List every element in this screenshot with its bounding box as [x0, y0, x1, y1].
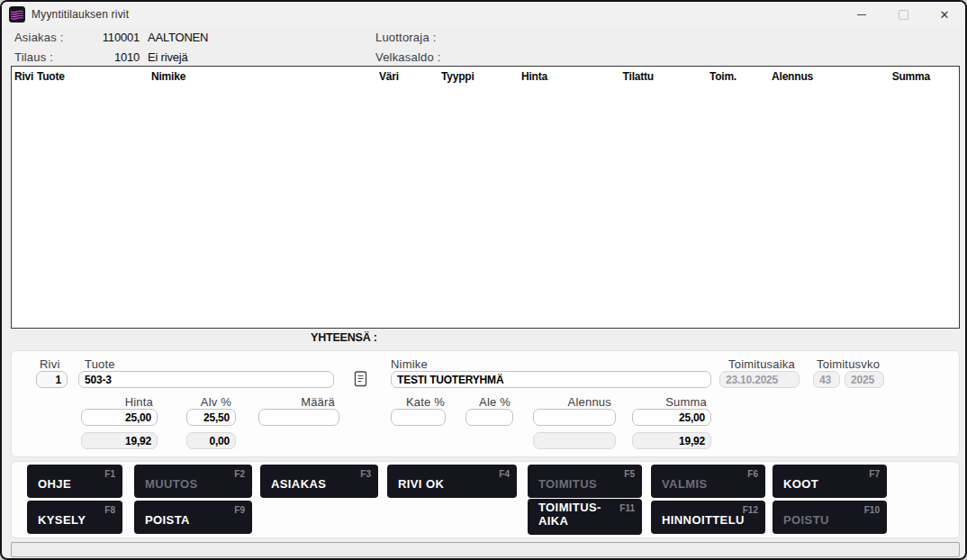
alennus-net-field — [533, 432, 616, 449]
order-number: 1010 — [78, 50, 140, 64]
valmis-button[interactable]: VALMISF6 — [651, 465, 765, 498]
toimitusaika-label: Toimitusaika — [728, 357, 795, 371]
alv-label: Alv % — [168, 395, 236, 409]
hinta-net-field: 19,92 — [81, 432, 158, 449]
col-summa: Summa — [854, 70, 930, 83]
col-tilattu: Tilattu — [577, 70, 654, 83]
col-alennus: Alennus — [737, 70, 813, 83]
nimike-field[interactable]: TESTI TUOTERYHMÄ — [391, 371, 711, 388]
toimitusaika-field[interactable]: 23.10.2025 — [719, 371, 800, 388]
maximize-button[interactable] — [882, 2, 924, 27]
sales-order-lines-window: Myyntitilauksen rivit ✕ Asiakas : 110001… — [0, 0, 967, 560]
order-lines-table: Rivi Tuote Nimike Väri Tyyppi Hinta Tila… — [11, 66, 960, 329]
order-status-text: Ei rivejä — [148, 50, 187, 64]
asiakas-button[interactable]: ASIAKASF3 — [260, 465, 378, 498]
toimitus-button[interactable]: TOIMITUSF5 — [528, 465, 642, 498]
summa-field[interactable]: 25,00 — [632, 409, 711, 426]
alv-field[interactable]: 25,50 — [186, 409, 236, 426]
rivi-ok-button[interactable]: RIVI OKF4 — [387, 465, 517, 498]
col-vari: Väri — [379, 70, 399, 83]
tuote-field[interactable]: 503-3 — [78, 371, 334, 388]
col-rivi: Rivi — [14, 70, 33, 83]
maara-label: Määrä — [258, 395, 339, 409]
ohje-button[interactable]: OHJEF1 — [27, 465, 122, 498]
titlebar: Myyntitilauksen rivit ✕ — [2, 2, 965, 27]
summa-net-field: 19,92 — [632, 432, 711, 449]
minimize-icon — [857, 14, 866, 15]
col-nimike: Nimike — [151, 70, 185, 83]
col-toim: Toim. — [660, 70, 737, 83]
alennus-label: Alennus — [533, 395, 616, 409]
rivi-field[interactable]: 1 — [36, 371, 68, 388]
maximize-icon — [899, 10, 908, 20]
poista-button[interactable]: POISTAF9 — [134, 501, 252, 534]
kysely-button[interactable]: KYSELYF8 — [27, 501, 122, 534]
ale-field[interactable] — [465, 409, 513, 426]
customer-name: AALTONEN — [148, 31, 208, 44]
close-icon: ✕ — [940, 9, 950, 21]
hinnoittelu-button[interactable]: HINNOITTELUF12 — [651, 501, 765, 534]
kate-label: Kate % — [382, 395, 449, 409]
hinta-label: Hinta — [81, 395, 158, 409]
col-hinta: Hinta — [471, 70, 547, 83]
maara-field[interactable] — [258, 409, 339, 426]
toimitusvko-year-field[interactable]: 2025 — [845, 371, 884, 388]
close-button[interactable]: ✕ — [924, 2, 965, 27]
poistu-button[interactable]: POISTUF10 — [773, 501, 887, 534]
debt-balance-label: Velkasaldo : — [375, 50, 441, 64]
alv-net-field: 0,00 — [186, 432, 236, 449]
app-logo-icon — [9, 6, 25, 23]
rivi-label: Rivi — [40, 357, 59, 371]
hinta-field[interactable]: 25,00 — [81, 409, 158, 426]
status-bar — [11, 542, 960, 557]
tuote-label: Tuote — [85, 357, 115, 371]
credit-limit-label: Luottoraja : — [375, 31, 436, 44]
ale-label: Ale % — [456, 395, 515, 409]
col-tyyppi: Tyyppi — [441, 70, 474, 83]
summa-label: Summa — [632, 395, 711, 409]
order-label: Tilaus : — [14, 50, 53, 64]
minimize-button[interactable] — [841, 2, 882, 27]
nimike-label: Nimike — [391, 357, 428, 371]
col-tuote: Tuote — [37, 70, 65, 83]
total-label: YHTEENSÄ : — [311, 331, 377, 344]
koot-button[interactable]: KOOTF7 — [773, 465, 887, 498]
kate-field[interactable] — [391, 409, 446, 426]
document-icon[interactable] — [354, 371, 367, 387]
alennus-field[interactable] — [533, 409, 616, 426]
toimitusvko-label: Toimitusvko — [817, 357, 880, 371]
toimitusaika-button[interactable]: TOIMITUS-AIKAF11 — [528, 499, 642, 535]
customer-label: Asiakas : — [14, 31, 64, 44]
muutos-button[interactable]: MUUTOSF2 — [134, 465, 252, 498]
toimitusvko-week-field[interactable]: 43 — [813, 371, 840, 388]
customer-number: 110001 — [78, 31, 140, 44]
window-title: Myyntitilauksen rivit — [32, 8, 129, 21]
